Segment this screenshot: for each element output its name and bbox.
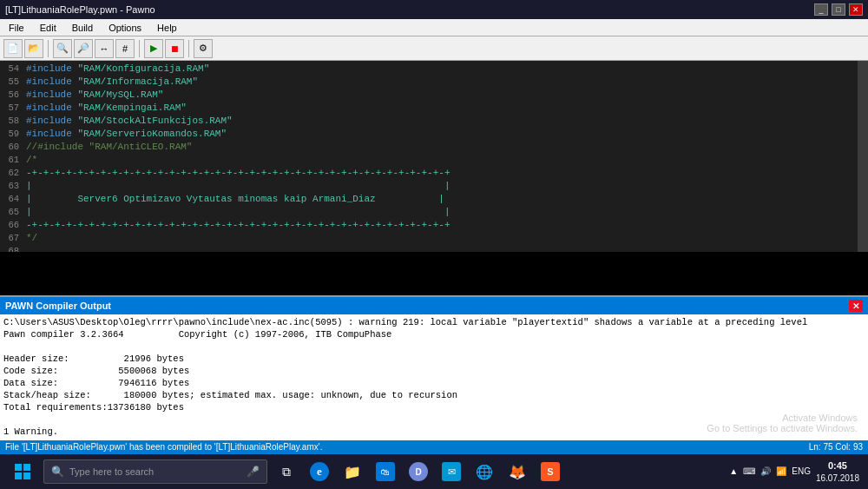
table-row: 66 -+-+-+-+-+-+-+-+-+-+-+-+-+-+-+-+-+-+-… [0, 219, 858, 232]
list-item: Total requirements:13736180 bytes [3, 401, 865, 413]
system-tray: ▲ ⌨ 🔊 📶 ENG 0:45 16.07.2018 [729, 459, 865, 483]
list-item: Header size: 21996 bytes [3, 353, 865, 365]
thunderbird-icon: ✉ [442, 462, 461, 481]
windows-logo-icon [15, 464, 30, 479]
tray-arrow-icon[interactable]: ▲ [729, 466, 738, 476]
edge-icon: e [310, 462, 329, 481]
microphone-icon: 🎤 [247, 466, 260, 478]
search-icon: 🔍 [51, 466, 64, 478]
taskbar-search[interactable]: 🔍 Type here to search 🎤 [43, 459, 267, 484]
window-controls: _ □ ✕ [814, 3, 863, 16]
stop-button[interactable]: ⏹ [165, 39, 184, 58]
table-row: 61 /* [0, 154, 858, 167]
status-file-info: File '[LT]LithuaniaRolePlay.pwn' has bee… [5, 442, 322, 452]
new-file-button[interactable]: 📄 [3, 39, 23, 58]
store-icon: 🛍 [376, 462, 395, 481]
start-button[interactable] [3, 455, 42, 488]
status-bar: File '[LT]LithuaniaRolePlay.pwn' has bee… [0, 439, 868, 454]
chrome-icon: 🌐 [475, 462, 494, 481]
file-explorer-icon: 📁 [343, 462, 362, 481]
svg-rect-3 [23, 472, 30, 479]
toolbar-separator-3 [188, 40, 189, 57]
table-row: 57 #include "RAM/Kempingai.RAM" [0, 102, 858, 115]
compiler-output-panel: PAWN Compiler Output ✕ C:\Users\ASUS\Des… [0, 295, 868, 439]
open-file-button[interactable]: 📂 [24, 39, 43, 58]
windows-activation-watermark: Activate Windows Go to Settings to activ… [707, 413, 858, 433]
title-bar: [LT]LithuaniaRolePlay.pwn - Pawno _ □ ✕ [0, 0, 868, 19]
find-button[interactable]: 🔍 [53, 39, 72, 58]
watermark-line2: Go to Settings to activate Windows. [707, 423, 858, 433]
discord-icon: D [409, 462, 428, 481]
firefox-icon: 🦊 [508, 462, 527, 481]
menu-file[interactable]: File [3, 22, 30, 34]
table-row: 63 | | [0, 180, 858, 193]
toolbar: 📄 📂 🔍 🔎 ↔ # ▶ ⏹ ⚙ [0, 36, 868, 61]
task-view-button[interactable]: ⧉ [271, 456, 302, 487]
taskbar: 🔍 Type here to search 🎤 ⧉ e 📁 🛍 D ✉ 🌐 🦊 [0, 454, 868, 489]
taskbar-app-discord[interactable]: D [403, 456, 434, 487]
code-editor[interactable]: 54 #include "RAM/Konfiguracija.RAM" 55 #… [0, 61, 858, 252]
task-view-icon: ⧉ [277, 462, 296, 481]
tray-volume-icon[interactable]: 🔊 [760, 466, 771, 476]
compiler-close-button[interactable]: ✕ [849, 300, 863, 312]
goto-button[interactable]: # [115, 39, 135, 58]
toolbar-separator-2 [139, 40, 140, 57]
table-row: 58 #include "RAM/StockAltFunkcijos.RAM" [0, 115, 858, 128]
taskbar-app-edge[interactable]: e [304, 456, 335, 487]
replace-button[interactable]: ↔ [95, 39, 114, 58]
run-button[interactable]: ▶ [144, 39, 163, 58]
toolbar-separator-1 [48, 40, 49, 57]
watermark-line1: Activate Windows [707, 413, 858, 423]
list-item: Code size: 5500068 bytes [3, 365, 865, 377]
taskbar-search-text: Type here to search [69, 466, 154, 477]
list-item [3, 340, 865, 353]
table-row: 60 //#include "RAM/AntiCLEO.RAM" [0, 141, 858, 154]
system-clock[interactable]: 0:45 16.07.2018 [816, 459, 859, 483]
clock-time: 0:45 [816, 459, 859, 472]
svg-rect-1 [23, 464, 30, 471]
compiler-title-bar: PAWN Compiler Output ✕ [0, 297, 868, 314]
table-row: 62 -+-+-+-+-+-+-+-+-+-+-+-+-+-+-+-+-+-+-… [0, 167, 858, 180]
menu-bar: File Edit Build Options Help [0, 19, 868, 36]
taskbar-app-thunderbird[interactable]: ✉ [436, 456, 467, 487]
tray-keyboard-icon: ⌨ [743, 466, 755, 476]
menu-edit[interactable]: Edit [35, 22, 62, 34]
svg-rect-2 [15, 472, 22, 479]
list-item: Pawn compiler 3.2.3664 Copyright (c) 199… [3, 328, 865, 340]
svg-rect-0 [15, 464, 22, 471]
find-next-button[interactable]: 🔎 [74, 39, 93, 58]
menu-build[interactable]: Build [67, 22, 98, 34]
compile-button[interactable]: ⚙ [194, 39, 213, 58]
close-button[interactable]: ✕ [849, 3, 863, 16]
code-editor-area: 54 #include "RAM/Konfiguracija.RAM" 55 #… [0, 61, 868, 252]
maximize-button[interactable]: □ [832, 3, 845, 16]
menu-options[interactable]: Options [103, 22, 147, 34]
extra-app-icon: S [541, 462, 560, 481]
list-item: C:\Users\ASUS\Desktop\Oleg\rrrr\pawno\in… [3, 316, 865, 328]
status-position: Ln: 75 Col: 93 [809, 442, 863, 452]
vertical-scrollbar[interactable] [858, 61, 868, 252]
compiler-output-content: C:\Users\ASUS\Desktop\Oleg\rrrr\pawno\in… [0, 314, 868, 440]
menu-help[interactable]: Help [152, 22, 182, 34]
table-row: 65 | | [0, 206, 858, 219]
tray-network-icon[interactable]: 📶 [776, 466, 786, 476]
list-item: Data size: 7946116 bytes [3, 377, 865, 389]
table-row: 68 [0, 245, 858, 252]
taskbar-app-firefox[interactable]: 🦊 [502, 456, 533, 487]
compiler-panel-title: PAWN Compiler Output [5, 301, 111, 311]
table-row: 67 */ [0, 232, 858, 245]
tray-language[interactable]: ENG [792, 466, 811, 476]
table-row: 59 #include "RAM/ServerioKomandos.RAM" [0, 128, 858, 141]
table-row: 56 #include "RAM/MySQL.RAM" [0, 89, 858, 102]
table-row: 54 #include "RAM/Konfiguracija.RAM" [0, 63, 858, 76]
taskbar-app-chrome[interactable]: 🌐 [469, 456, 500, 487]
taskbar-app-extra[interactable]: S [535, 456, 566, 487]
taskbar-app-store[interactable]: 🛍 [370, 456, 401, 487]
clock-date: 16.07.2018 [816, 472, 859, 484]
taskbar-app-explorer[interactable]: 📁 [337, 456, 368, 487]
minimize-button[interactable]: _ [814, 3, 828, 16]
table-row: 64 | Server6 Optimizavo Vytautas minomas… [0, 193, 858, 206]
window-title: [LT]LithuaniaRolePlay.pwn - Pawno [5, 4, 155, 15]
list-item: Stack/heap size: 180000 bytes; estimated… [3, 389, 865, 401]
table-row: 55 #include "RAM/Informacija.RAM" [0, 76, 858, 89]
